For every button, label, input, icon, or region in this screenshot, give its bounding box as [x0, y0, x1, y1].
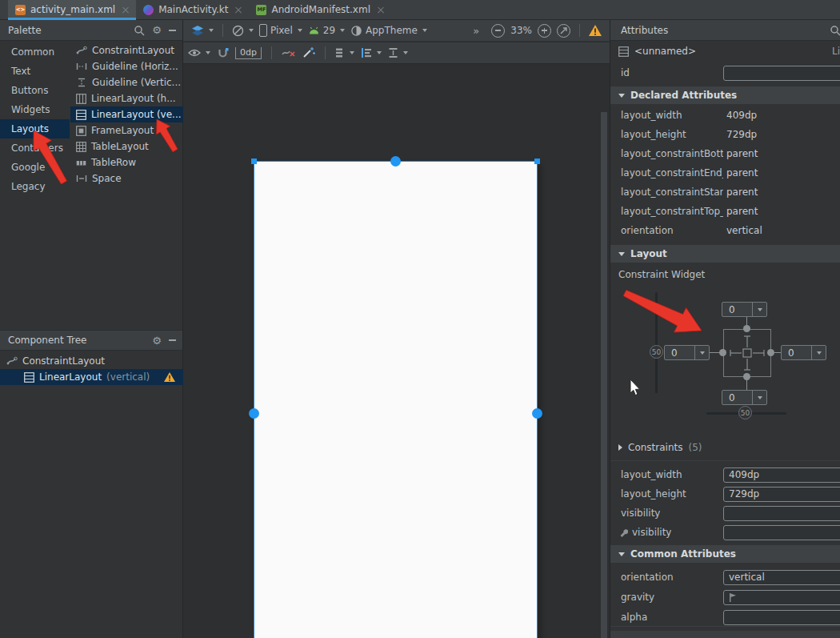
attr-row-constraint-bottom[interactable]: layout_constraintBottoparent [610, 144, 840, 163]
gear-icon[interactable]: ⚙ [152, 335, 162, 346]
left-panel: Palette ⚙ Common Text Buttons Widgets La… [0, 20, 183, 638]
theme-selector[interactable]: AppTheme [350, 25, 427, 37]
tab-androidmanifest-xml[interactable]: MF AndroidManifest.xml [249, 0, 391, 19]
attributes-panel: Attributes <unnamed> Li id Declared Attr… [610, 20, 840, 638]
pack-selector[interactable] [335, 48, 354, 58]
constraint-widget-label: Constraint Widget [618, 269, 705, 280]
tab-label: MainActivity.kt [158, 4, 228, 15]
palette-category-google[interactable]: Google [0, 158, 70, 177]
alpha-input[interactable] [723, 610, 840, 625]
palette-category-legacy[interactable]: Legacy [0, 177, 70, 196]
default-margin-button[interactable]: 0dp [235, 47, 262, 59]
vertical-bias-value[interactable]: 50 [650, 345, 663, 359]
view-options-selector[interactable] [188, 49, 210, 57]
design-canvas[interactable] [183, 64, 610, 638]
attr-row-constraint-start[interactable]: layout_constraintStart_parent [610, 183, 840, 202]
constraints-section-toggle[interactable]: Constraints (5) [618, 442, 702, 453]
constraint-anchor-right[interactable] [767, 349, 774, 356]
attr-row-layout-width[interactable]: layout_width409dp [610, 465, 840, 484]
layout-width-input[interactable]: 409dp [723, 467, 840, 483]
palette-category-containers[interactable]: Containers [0, 138, 70, 158]
orientation-input[interactable]: vertical [723, 570, 840, 585]
constraint-anchor-left[interactable] [719, 349, 726, 356]
design-surface-selector[interactable] [191, 26, 214, 36]
visibility-input[interactable] [723, 506, 840, 521]
constraint-anchor-top[interactable] [743, 325, 750, 332]
palette-category-common[interactable]: Common [0, 42, 70, 62]
expand-vertical-selector[interactable] [388, 48, 408, 58]
palette-item-tablelayout[interactable]: TableLayout [70, 138, 183, 154]
align-selector[interactable] [361, 48, 382, 58]
zoom-out-button[interactable] [491, 24, 505, 38]
palette-item-constraintlayout[interactable]: ConstraintLayout [70, 42, 183, 58]
canvas-scrollbar[interactable] [601, 112, 607, 638]
close-icon[interactable] [235, 6, 242, 13]
horizontal-bias-value[interactable]: 50 [738, 406, 752, 419]
attr-row-gravity[interactable]: gravity [610, 588, 840, 607]
palette-item-space[interactable]: Space [70, 171, 183, 187]
minimize-icon[interactable] [169, 339, 176, 341]
attr-row-visibility[interactable]: visibility [610, 504, 840, 523]
search-icon[interactable] [134, 25, 145, 36]
margin-right-combo[interactable]: 0 [781, 345, 826, 360]
palette-item-framelayout[interactable]: FrameLayout [70, 122, 183, 138]
device-screen-linearlayout[interactable] [254, 161, 538, 638]
attr-row-layout-height[interactable]: layout_height729dp [610, 125, 840, 144]
margin-left-combo[interactable]: 0 [664, 345, 710, 360]
tree-node-constraintlayout[interactable]: ConstraintLayout [0, 353, 183, 369]
attr-row-alpha[interactable]: alpha [610, 608, 840, 627]
section-layout[interactable]: Layout [610, 245, 840, 263]
tab-mainactivity-kt[interactable]: MainActivity.kt [136, 0, 249, 19]
search-icon[interactable] [830, 25, 840, 36]
resize-handle-top-right[interactable] [534, 158, 540, 164]
palette-category-layouts[interactable]: Layouts [0, 119, 70, 138]
anchor-top-icon[interactable] [390, 156, 401, 167]
constraint-widget-box[interactable] [723, 329, 771, 377]
margin-bottom-combo[interactable]: 0 [722, 390, 767, 405]
palette-category-buttons[interactable]: Buttons [0, 81, 70, 100]
attr-row-layout-height[interactable]: layout_height729dp [610, 484, 840, 504]
close-icon[interactable] [378, 6, 384, 13]
palette-category-text[interactable]: Text [0, 62, 70, 81]
attr-row-layout-width[interactable]: layout_width409dp [610, 106, 840, 125]
margin-top-combo[interactable]: 0 [722, 302, 767, 317]
attr-row-constraint-top[interactable]: layout_constraintTop_tparent [610, 202, 840, 221]
vertical-bias-slider[interactable] [655, 292, 658, 393]
tab-activity-main-xml[interactable]: <> activity_main.xml [8, 0, 136, 19]
section-common-attributes[interactable]: Common Attributes [610, 545, 840, 563]
resize-handle-top-left[interactable] [251, 158, 257, 164]
palette-item-linearlayout-horizontal[interactable]: LinearLayout (h... [70, 90, 183, 106]
palette-item-tablerow[interactable]: TableRow [70, 154, 183, 171]
palette-item-guideline-horizontal[interactable]: Guideline (Horiz... [70, 58, 183, 74]
layout-height-input[interactable]: 729dp [723, 487, 840, 502]
attr-row-tools-visibility[interactable]: visibility [610, 523, 840, 542]
tree-node-linearlayout-vertical[interactable]: LinearLayout(vertical) [0, 369, 183, 385]
palette-item-guideline-vertical[interactable]: Guideline (Vertic... [70, 74, 183, 90]
constraint-anchor-bottom[interactable] [743, 373, 750, 380]
infer-constraints-button[interactable] [302, 47, 315, 58]
minimize-icon[interactable] [169, 30, 176, 31]
anchor-right-icon[interactable] [532, 408, 542, 419]
device-selector[interactable]: Pixel [259, 24, 302, 37]
zoom-in-button[interactable] [538, 24, 551, 38]
api-level-selector[interactable]: 29 [308, 25, 345, 36]
clear-constraints-button[interactable] [282, 48, 296, 58]
zoom-to-fit-button[interactable] [557, 24, 570, 38]
tools-visibility-input[interactable] [723, 525, 840, 540]
palette-item-linearlayout-vertical[interactable]: LinearLayout (ve... [70, 106, 183, 122]
gear-icon[interactable]: ⚙ [152, 25, 162, 35]
attr-row-orientation[interactable]: orientationvertical [610, 568, 840, 587]
toolbar-overflow-chevron[interactable]: » [473, 25, 479, 37]
attributes-header: Attributes [610, 20, 840, 41]
autoconnect-toggle[interactable] [217, 48, 229, 58]
anchor-left-icon[interactable] [249, 408, 259, 419]
attr-row-constraint-end[interactable]: layout_constraintEnd_tparent [610, 163, 840, 183]
close-icon[interactable] [122, 6, 129, 13]
attr-row-orientation[interactable]: orientationvertical [610, 221, 840, 240]
section-declared-attributes[interactable]: Declared Attributes [610, 86, 840, 104]
orientation-selector[interactable] [232, 25, 254, 37]
warnings-button[interactable] [589, 25, 602, 36]
palette-category-widgets[interactable]: Widgets [0, 100, 70, 119]
id-input[interactable] [723, 66, 840, 81]
gravity-input[interactable] [723, 590, 840, 605]
